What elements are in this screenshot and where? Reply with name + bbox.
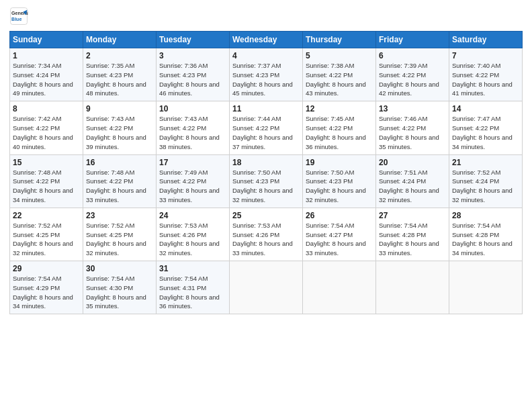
calendar-day: 17 Sunrise: 7:49 AMSunset: 4:22 PMDaylig… xyxy=(157,154,230,208)
day-detail: Sunrise: 7:54 AMSunset: 4:30 PMDaylight:… xyxy=(86,275,146,310)
calendar-day: 8 Sunrise: 7:42 AMSunset: 4:22 PMDayligh… xyxy=(10,101,83,154)
day-detail: Sunrise: 7:51 AMSunset: 4:24 PMDaylight:… xyxy=(379,169,439,203)
day-detail: Sunrise: 7:35 AMSunset: 4:23 PMDaylight:… xyxy=(86,62,146,97)
calendar-day: 7 Sunrise: 7:40 AMSunset: 4:22 PMDayligh… xyxy=(449,48,523,101)
weekday-header: Monday xyxy=(83,32,157,48)
calendar-day: 18 Sunrise: 7:50 AMSunset: 4:23 PMDaylig… xyxy=(230,154,303,208)
day-detail: Sunrise: 7:54 AMSunset: 4:27 PMDaylight:… xyxy=(306,222,366,257)
day-number: 5 xyxy=(306,51,373,60)
day-number: 13 xyxy=(379,104,446,113)
day-detail: Sunrise: 7:53 AMSunset: 4:26 PMDaylight:… xyxy=(232,222,293,257)
day-number: 22 xyxy=(13,211,80,220)
calendar-day: 25 Sunrise: 7:53 AMSunset: 4:26 PMDaylig… xyxy=(230,208,303,261)
day-detail: Sunrise: 7:42 AMSunset: 4:22 PMDaylight:… xyxy=(13,115,73,150)
day-number: 9 xyxy=(86,104,153,113)
day-detail: Sunrise: 7:53 AMSunset: 4:26 PMDaylight:… xyxy=(159,222,220,257)
empty-cell xyxy=(230,261,303,314)
logo-icon: General Blue xyxy=(9,7,28,26)
day-number: 19 xyxy=(306,158,373,167)
calendar-day: 22 Sunrise: 7:52 AMSunset: 4:25 PMDaylig… xyxy=(10,208,83,261)
day-detail: Sunrise: 7:43 AMSunset: 4:22 PMDaylight:… xyxy=(86,115,146,150)
day-number: 27 xyxy=(379,211,446,220)
day-number: 21 xyxy=(452,158,519,167)
day-detail: Sunrise: 7:44 AMSunset: 4:22 PMDaylight:… xyxy=(232,115,293,150)
empty-cell xyxy=(376,261,449,314)
calendar-day: 2 Sunrise: 7:35 AMSunset: 4:23 PMDayligh… xyxy=(83,48,157,101)
calendar-day: 28 Sunrise: 7:54 AMSunset: 4:28 PMDaylig… xyxy=(449,208,523,261)
day-number: 18 xyxy=(232,158,300,167)
calendar-day: 13 Sunrise: 7:46 AMSunset: 4:22 PMDaylig… xyxy=(376,101,449,154)
empty-cell xyxy=(303,261,376,314)
day-number: 1 xyxy=(13,51,80,60)
day-number: 10 xyxy=(159,104,226,113)
svg-text:Blue: Blue xyxy=(11,17,21,21)
day-detail: Sunrise: 7:52 AMSunset: 4:24 PMDaylight:… xyxy=(452,169,513,203)
weekday-header: Wednesday xyxy=(230,32,303,48)
calendar-day: 19 Sunrise: 7:50 AMSunset: 4:23 PMDaylig… xyxy=(303,154,376,208)
day-number: 17 xyxy=(159,158,226,167)
day-number: 20 xyxy=(379,158,446,167)
weekday-header: Saturday xyxy=(449,32,523,48)
day-detail: Sunrise: 7:54 AMSunset: 4:28 PMDaylight:… xyxy=(452,222,513,257)
day-number: 23 xyxy=(86,211,153,220)
day-number: 16 xyxy=(86,158,153,167)
day-number: 28 xyxy=(452,211,519,220)
calendar-day: 1 Sunrise: 7:34 AMSunset: 4:24 PMDayligh… xyxy=(10,48,83,101)
day-detail: Sunrise: 7:54 AMSunset: 4:28 PMDaylight:… xyxy=(379,222,439,257)
day-detail: Sunrise: 7:43 AMSunset: 4:22 PMDaylight:… xyxy=(159,115,220,150)
day-number: 2 xyxy=(86,51,153,60)
day-detail: Sunrise: 7:36 AMSunset: 4:23 PMDaylight:… xyxy=(159,62,220,97)
day-number: 25 xyxy=(232,211,300,220)
calendar-day: 20 Sunrise: 7:51 AMSunset: 4:24 PMDaylig… xyxy=(376,154,449,208)
day-number: 12 xyxy=(306,104,373,113)
day-number: 24 xyxy=(159,211,226,220)
day-number: 4 xyxy=(232,51,300,60)
calendar-header: SundayMondayTuesdayWednesdayThursdayFrid… xyxy=(10,32,523,48)
calendar-day: 12 Sunrise: 7:45 AMSunset: 4:22 PMDaylig… xyxy=(303,101,376,154)
weekday-header: Thursday xyxy=(303,32,376,48)
weekday-header: Friday xyxy=(376,32,449,48)
day-detail: Sunrise: 7:45 AMSunset: 4:22 PMDaylight:… xyxy=(306,115,366,150)
calendar-day: 4 Sunrise: 7:37 AMSunset: 4:23 PMDayligh… xyxy=(230,48,303,101)
svg-rect-0 xyxy=(11,8,28,25)
header: General Blue xyxy=(9,7,523,26)
day-number: 14 xyxy=(452,104,519,113)
day-number: 3 xyxy=(159,51,226,60)
empty-cell xyxy=(449,261,523,314)
calendar-day: 23 Sunrise: 7:52 AMSunset: 4:25 PMDaylig… xyxy=(83,208,157,261)
calendar-day: 14 Sunrise: 7:47 AMSunset: 4:22 PMDaylig… xyxy=(449,101,523,154)
calendar-table: SundayMondayTuesdayWednesdayThursdayFrid… xyxy=(9,31,523,314)
day-detail: Sunrise: 7:34 AMSunset: 4:24 PMDaylight:… xyxy=(13,62,73,97)
day-number: 6 xyxy=(379,51,446,60)
day-number: 8 xyxy=(13,104,80,113)
page-container: General Blue SundayMondayTuesdayWednesda… xyxy=(0,0,532,411)
day-number: 7 xyxy=(452,51,519,60)
day-detail: Sunrise: 7:50 AMSunset: 4:23 PMDaylight:… xyxy=(306,169,366,203)
day-number: 30 xyxy=(86,264,153,273)
day-detail: Sunrise: 7:37 AMSunset: 4:23 PMDaylight:… xyxy=(232,62,293,97)
day-number: 31 xyxy=(159,264,226,273)
weekday-header: Tuesday xyxy=(157,32,230,48)
calendar-day: 24 Sunrise: 7:53 AMSunset: 4:26 PMDaylig… xyxy=(157,208,230,261)
day-number: 11 xyxy=(232,104,300,113)
calendar-day: 15 Sunrise: 7:48 AMSunset: 4:22 PMDaylig… xyxy=(10,154,83,208)
calendar-day: 31 Sunrise: 7:54 AMSunset: 4:31 PMDaylig… xyxy=(157,261,230,314)
calendar-day: 5 Sunrise: 7:38 AMSunset: 4:22 PMDayligh… xyxy=(303,48,376,101)
calendar-day: 27 Sunrise: 7:54 AMSunset: 4:28 PMDaylig… xyxy=(376,208,449,261)
day-detail: Sunrise: 7:52 AMSunset: 4:25 PMDaylight:… xyxy=(86,222,146,257)
day-number: 15 xyxy=(13,158,80,167)
day-number: 29 xyxy=(13,264,80,273)
calendar-day: 10 Sunrise: 7:43 AMSunset: 4:22 PMDaylig… xyxy=(157,101,230,154)
day-number: 26 xyxy=(306,211,373,220)
day-detail: Sunrise: 7:54 AMSunset: 4:31 PMDaylight:… xyxy=(159,275,220,310)
weekday-header: Sunday xyxy=(10,32,83,48)
day-detail: Sunrise: 7:47 AMSunset: 4:22 PMDaylight:… xyxy=(452,115,513,150)
calendar-day: 29 Sunrise: 7:54 AMSunset: 4:29 PMDaylig… xyxy=(10,261,83,314)
day-detail: Sunrise: 7:48 AMSunset: 4:22 PMDaylight:… xyxy=(13,169,73,203)
day-detail: Sunrise: 7:40 AMSunset: 4:22 PMDaylight:… xyxy=(452,62,513,97)
calendar-body: 1 Sunrise: 7:34 AMSunset: 4:24 PMDayligh… xyxy=(10,48,523,314)
calendar-day: 26 Sunrise: 7:54 AMSunset: 4:27 PMDaylig… xyxy=(303,208,376,261)
day-detail: Sunrise: 7:49 AMSunset: 4:22 PMDaylight:… xyxy=(159,169,220,203)
calendar-day: 11 Sunrise: 7:44 AMSunset: 4:22 PMDaylig… xyxy=(230,101,303,154)
day-detail: Sunrise: 7:48 AMSunset: 4:22 PMDaylight:… xyxy=(86,169,146,203)
